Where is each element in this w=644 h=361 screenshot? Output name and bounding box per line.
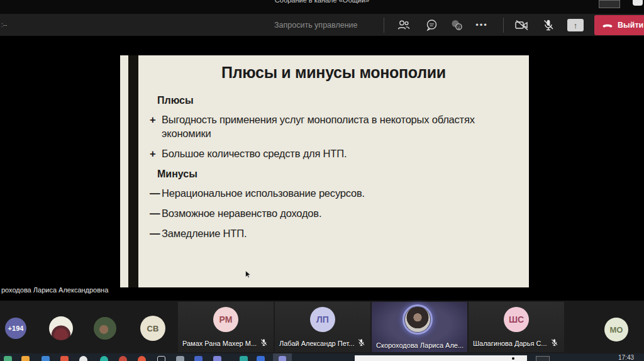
mic-muted-icon (357, 338, 365, 349)
mouse-cursor-icon (245, 270, 251, 281)
slide-content: Плюсы и минусы монополии Плюсы + Выгодно… (138, 55, 529, 287)
taskbar-app-icon[interactable] (100, 356, 108, 361)
participant-avatar-initials[interactable]: МО (604, 318, 628, 342)
title-bar: Собрание в канале «Общий» (0, 0, 644, 14)
participant-tile-speaking[interactable]: Скороходова Лариса Але... (372, 302, 467, 352)
avatar: ШС (504, 307, 529, 332)
toolbar-divider (503, 18, 504, 33)
participants-button[interactable] (395, 18, 413, 33)
presenter-name-overlay: роходова Лариса Александровна (1, 286, 108, 294)
participant-name: Шалагинова Дарья С... (473, 340, 547, 347)
taskbar-app-icon[interactable] (138, 356, 146, 361)
bullet-text: Большое количество средств для НТП. (162, 147, 347, 160)
windows-taskbar: 17:43 (0, 353, 644, 361)
toolbar-divider (384, 18, 384, 33)
participant-tile[interactable]: ШС Шалагинова Дарья С... (469, 302, 564, 352)
leave-meeting-button[interactable]: Выйти (594, 15, 644, 35)
dot (512, 357, 514, 360)
meeting-toolbar: :-- Запросить управление (0, 14, 644, 36)
people-icon (397, 19, 411, 31)
taskbar-app-icon[interactable] (176, 356, 184, 361)
more-icon: ••• (475, 22, 488, 28)
participant-avatar-photo[interactable] (94, 317, 116, 340)
pros-item: + Большое количество средств для НТП. (150, 147, 529, 160)
bullet-marker: + (150, 147, 162, 160)
share-screen-icon: ↑ (567, 19, 584, 31)
taskbar-app-icon[interactable] (157, 356, 165, 361)
overflow-participants-badge[interactable]: +194 (5, 318, 26, 339)
pros-item: + Выгодность применения услуг монополист… (150, 113, 529, 140)
speaking-indicator-ring (402, 304, 433, 335)
mic-muted-icon (550, 338, 558, 349)
window-maximize-button[interactable] (599, 0, 620, 8)
pros-heading: Плюсы (157, 95, 529, 106)
participant-avatar-initials[interactable]: СВ (140, 316, 165, 341)
taskbar-app-icon[interactable] (79, 356, 87, 361)
taskbar-app-icon[interactable] (194, 356, 203, 361)
cons-heading: Минусы (157, 169, 529, 180)
camera-toggle-button[interactable] (513, 18, 531, 33)
mic-muted-icon (260, 338, 268, 349)
avatar: ЛП (310, 307, 335, 332)
participant-tile[interactable]: РМ Рамах Рана Махер М... (178, 302, 274, 352)
avatar: РМ (213, 307, 238, 332)
taskbar-app-icon[interactable] (60, 356, 69, 361)
popup-fragment (633, 0, 643, 6)
taskbar-app-icon[interactable] (4, 356, 12, 361)
taskbar-app-icon[interactable] (21, 356, 30, 361)
more-options-button[interactable]: ••• (473, 18, 491, 33)
bullet-marker: — (150, 226, 162, 240)
reactions-icon (450, 19, 464, 31)
taskbar-app-icon[interactable] (257, 356, 265, 361)
participant-avatar-photo (405, 307, 430, 332)
chat-button[interactable] (423, 18, 440, 33)
leave-button-label: Выйти (618, 21, 643, 30)
hangup-icon (602, 21, 613, 30)
teams-taskbar-icon (279, 356, 286, 361)
request-control-button[interactable]: Запросить управление (270, 20, 361, 30)
taskbar-window-icon[interactable] (536, 356, 550, 361)
bullet-marker: + (150, 113, 162, 140)
share-tray-button[interactable]: ↑ (565, 18, 586, 33)
taskbar-app-icon[interactable] (213, 356, 221, 361)
cons-item: — Замедление НТП. (150, 226, 529, 240)
cons-item: — Возможное неравенство доходов. (150, 206, 529, 220)
camera-off-icon (514, 19, 530, 31)
participant-avatar-photo[interactable] (49, 316, 73, 340)
presentation-slide: Плюсы и минусы монополии Плюсы + Выгодно… (120, 55, 529, 287)
slide-spine-bar (128, 55, 138, 287)
participant-name: Скороходова Лариса Але... (376, 342, 464, 349)
bullet-marker: — (150, 206, 162, 220)
teams-meeting-window: Собрание в канале «Общий» :-- Запросить … (0, 0, 644, 361)
slide-title: Плюсы и минусы монополии (138, 55, 529, 82)
bullet-text: Выгодность применения услуг монополиста … (162, 113, 511, 140)
reactions-button[interactable] (448, 18, 465, 33)
bullet-text: Возможное неравенство доходов. (162, 206, 321, 220)
taskbar-clock: 17:43 (618, 354, 634, 361)
participant-tile[interactable]: ЛП Лабай Александр Пет... (275, 302, 370, 352)
bullet-marker: — (150, 186, 162, 200)
shared-screen-stage: Плюсы и минусы монополии Плюсы + Выгодно… (0, 36, 644, 301)
participants-filmstrip: +194 СВ РМ Рамах Рана Махер М... ЛП Лаба… (0, 301, 644, 353)
meeting-title: Собрание в канале «Общий» (0, 0, 644, 4)
chat-icon (425, 19, 438, 31)
taskbar-window-preview[interactable] (355, 355, 527, 361)
bullet-text: Замедление НТП. (162, 226, 247, 240)
bullet-text: Нерациональное использование ресурсов. (162, 186, 365, 200)
slide-left-strip (120, 55, 128, 287)
meeting-timer: :-- (1, 21, 7, 28)
participant-name: Лабай Александр Пет... (279, 340, 354, 347)
taskbar-app-icon[interactable] (42, 356, 50, 361)
mic-off-icon (542, 19, 555, 31)
taskbar-active-app[interactable] (273, 353, 292, 361)
cons-item: — Нерациональное использование ресурсов. (150, 186, 529, 200)
taskbar-app-icon[interactable] (119, 356, 127, 361)
participant-name: Рамах Рана Махер М... (182, 340, 257, 347)
taskbar-app-icon[interactable] (240, 356, 248, 361)
mic-toggle-button[interactable] (540, 18, 557, 33)
